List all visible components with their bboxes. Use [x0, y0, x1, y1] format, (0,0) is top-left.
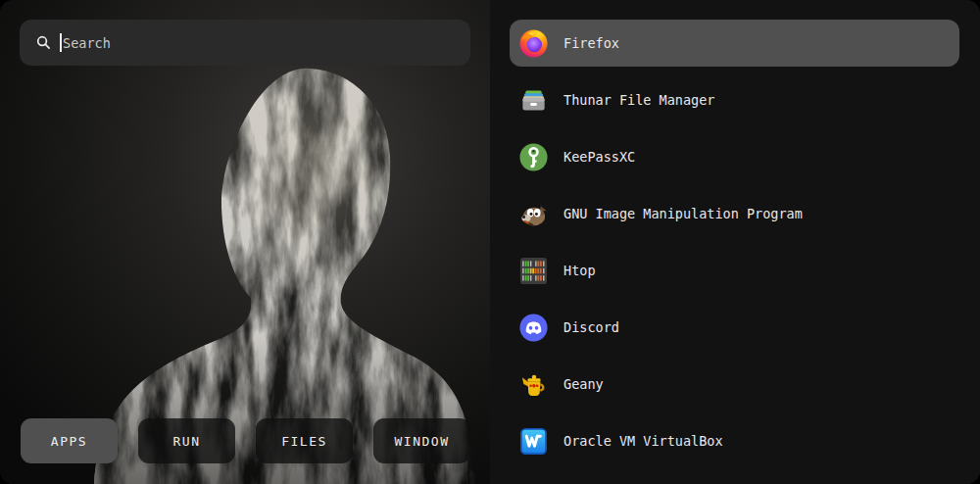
app-label: Thunar File Manager [564, 92, 714, 108]
tab-run[interactable]: RUN [138, 418, 235, 463]
search-placeholder: Search [63, 35, 111, 51]
app-item-firefox[interactable]: Firefox [510, 20, 959, 67]
keepassxc-icon [518, 142, 549, 172]
tab-files[interactable]: FILES [256, 418, 353, 463]
app-label: Geany [564, 376, 604, 392]
app-item-thunar-file-manager[interactable]: Thunar File Manager [510, 76, 959, 123]
app-item-discord[interactable]: Discord [510, 304, 959, 351]
text-cursor [60, 33, 62, 52]
geany-icon [518, 369, 549, 400]
tab-apps[interactable]: APPS [21, 418, 118, 463]
tab-window[interactable]: WINDOW [373, 418, 470, 463]
app-item-gnu-image-manipulation-program[interactable]: GNU Image Manipulation Program [510, 190, 959, 237]
left-pane: Search APPSRUNFILESWINDOW [0, 0, 490, 484]
tab-label: FILES [281, 434, 327, 449]
app-item-geany[interactable]: Geany [510, 361, 959, 408]
app-label: Htop [564, 263, 596, 278]
app-item-htop[interactable]: Htop [510, 247, 959, 294]
tab-label: WINDOW [395, 434, 450, 449]
firefox-icon [518, 28, 549, 59]
discord-icon [518, 313, 549, 343]
app-item-oracle-vm-virtualbox[interactable]: Oracle VM VirtualBox [510, 417, 959, 464]
search-icon [35, 34, 52, 51]
app-label: KeePassXC [564, 149, 635, 165]
app-launcher-window: Search APPSRUNFILESWINDOW FirefoxThunar … [0, 0, 980, 484]
app-list: FirefoxThunar File ManagerKeePassXCGNU I… [490, 0, 980, 484]
app-label: Oracle VM VirtualBox [564, 433, 723, 449]
mode-tabs: APPSRUNFILESWINDOW [21, 418, 470, 463]
app-label: GNU Image Manipulation Program [564, 206, 803, 221]
app-label: Firefox [564, 35, 619, 51]
htop-icon [518, 256, 549, 286]
app-item-keepassxc[interactable]: KeePassXC [510, 133, 959, 180]
tab-label: RUN [173, 434, 201, 449]
tab-label: APPS [51, 434, 87, 449]
background-art [0, 0, 490, 484]
gimp-icon [518, 199, 549, 229]
app-label: Discord [564, 319, 619, 335]
search-input[interactable]: Search [20, 20, 470, 66]
virtualbox-icon [518, 426, 549, 457]
thunar-icon [518, 85, 549, 116]
